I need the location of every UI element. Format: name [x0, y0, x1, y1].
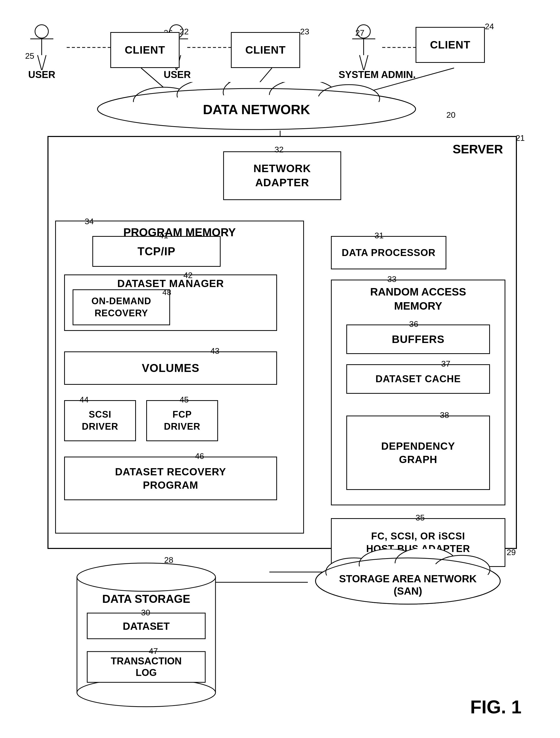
- client23-box: CLIENT: [231, 32, 300, 68]
- refnum-24: 24: [485, 22, 494, 31]
- svg-text:STORAGE AREA NETWORK: STORAGE AREA NETWORK: [339, 573, 477, 584]
- refnum-22: 22: [180, 27, 189, 36]
- dependency-graph-label: DEPENDENCYGRAPH: [381, 439, 455, 466]
- dependency-graph-box: DEPENDENCYGRAPH: [346, 416, 490, 490]
- server-label: SERVER: [453, 142, 503, 156]
- data-network-cloud: DATA NETWORK: [77, 82, 436, 133]
- data-processor-label: DATA PROCESSOR: [342, 247, 436, 258]
- refnum-42: 42: [184, 271, 193, 280]
- refnum-43: 43: [210, 346, 220, 356]
- refnum-30: 30: [141, 608, 150, 618]
- refnum-38: 38: [440, 410, 449, 420]
- refnum-21: 21: [516, 133, 525, 143]
- buffers-box: BUFFERS: [346, 325, 490, 354]
- refnum-46: 46: [195, 451, 204, 461]
- buffers-label: BUFFERS: [392, 333, 444, 346]
- svg-text:DATA  NETWORK: DATA NETWORK: [203, 102, 310, 117]
- refnum-48: 48: [163, 288, 171, 297]
- dataset-cache-box: DATASET CACHE: [346, 364, 490, 394]
- data-processor-box: DATA PROCESSOR: [331, 236, 446, 269]
- refnum-33: 33: [387, 275, 396, 284]
- ram-label: RANDOM ACCESSMEMORY: [370, 285, 466, 313]
- refnum-32: 32: [274, 145, 284, 154]
- network-adapter-box: NETWORKADAPTER: [223, 151, 341, 200]
- dataset-recovery-label: DATASET RECOVERYPROGRAM: [115, 465, 226, 492]
- refnum-27: 27: [355, 28, 364, 38]
- refnum-37: 37: [441, 359, 451, 369]
- dataset-recovery-box: DATASET RECOVERYPROGRAM: [64, 457, 277, 500]
- user25-label: USER: [28, 69, 55, 80]
- client24-box: CLIENT: [415, 27, 485, 63]
- on-demand-recovery-label: ON-DEMANDRECOVERY: [91, 295, 152, 319]
- fcp-driver-label: FCPDRIVER: [164, 409, 200, 433]
- sysadmin27-label: SYSTEM ADMIN.: [339, 69, 416, 80]
- scsi-driver-label: SCSIDRIVER: [82, 409, 118, 433]
- volumes-box: VOLUMES: [64, 351, 277, 385]
- refnum-47: 47: [149, 647, 158, 656]
- refnum-31: 31: [374, 231, 384, 240]
- fig-label: FIG. 1: [470, 696, 522, 717]
- network-adapter-label: NETWORKADAPTER: [253, 161, 311, 190]
- svg-text:TRANSACTION: TRANSACTION: [111, 656, 182, 666]
- refnum-45: 45: [180, 395, 189, 404]
- san-cloud: STORAGE AREA NETWORK (SAN): [308, 549, 508, 608]
- client24-label: CLIENT: [430, 39, 471, 51]
- client22-box: CLIENT: [110, 32, 180, 68]
- refnum-34: 34: [85, 217, 94, 226]
- svg-text:(SAN): (SAN): [393, 586, 422, 597]
- svg-text:DATASET: DATASET: [123, 621, 170, 632]
- tcpip-box: TCP/IP: [92, 236, 221, 267]
- fcp-driver-box: FCPDRIVER: [146, 400, 218, 441]
- scsi-driver-box: SCSIDRIVER: [64, 400, 136, 441]
- dataset-cache-label: DATASET CACHE: [375, 373, 461, 385]
- svg-text:LOG: LOG: [136, 667, 157, 678]
- dataset-manager-label: DATASET MANAGER: [117, 278, 224, 289]
- svg-point-49: [77, 563, 216, 591]
- refnum-35: 35: [415, 513, 425, 522]
- refnum-41: 41: [159, 231, 168, 240]
- user25-figure: [35, 24, 49, 55]
- dataset-manager-box: DATASET MANAGER ON-DEMANDRECOVERY 48: [64, 275, 277, 331]
- client23-label: CLIENT: [245, 44, 286, 56]
- svg-text:DATA STORAGE: DATA STORAGE: [102, 593, 190, 605]
- refnum-36: 36: [409, 319, 418, 329]
- tcpip-label: TCP/IP: [137, 245, 176, 258]
- refnum-23: 23: [300, 27, 309, 36]
- refnum-44: 44: [79, 395, 89, 404]
- volumes-label: VOLUMES: [142, 362, 200, 375]
- on-demand-recovery-box: ON-DEMANDRECOVERY: [73, 289, 170, 325]
- refnum-28: 28: [164, 556, 174, 565]
- user26-label: USER: [164, 69, 191, 80]
- refnum-20: 20: [446, 110, 456, 120]
- refnum-25: 25: [25, 51, 34, 61]
- client22-label: CLIENT: [125, 44, 165, 56]
- data-storage-cylinder: DATA STORAGE DATASET TRANSACTION LOG: [72, 559, 221, 708]
- refnum-29: 29: [507, 548, 516, 557]
